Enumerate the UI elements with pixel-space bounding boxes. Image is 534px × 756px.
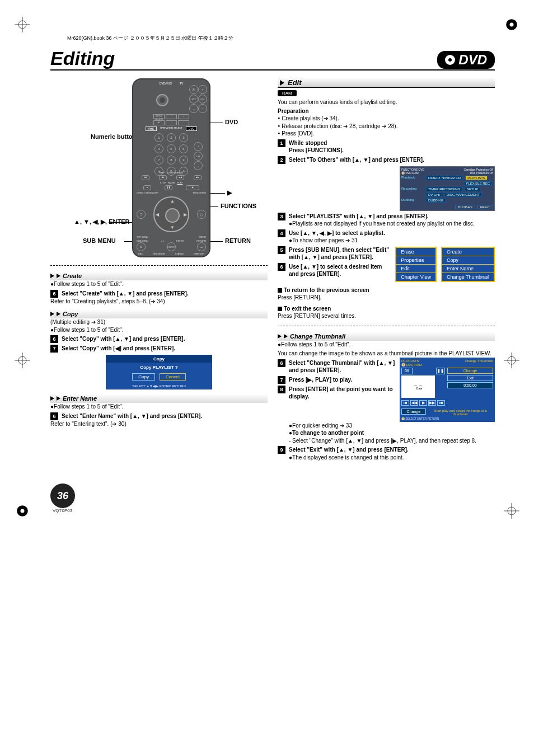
copy-follow: ●Follow steps 1 to 5 of "Edit".: [50, 326, 268, 334]
create-follow: ●Follow steps 1 to 5 of "Edit".: [50, 280, 268, 288]
mode-dvd: DVD: [186, 126, 198, 131]
step-sub: Press [FUNCTIONS].: [289, 147, 495, 154]
callout-play: ▶: [227, 189, 232, 196]
preparation-list: Create playlists (➔ 34). Release protect…: [278, 115, 495, 138]
step-text: Press [▶, PLAY] to play.: [289, 376, 395, 384]
enter-button-icon: ENTER: [167, 242, 176, 251]
step-number: 6: [278, 263, 285, 271]
step-text: Select "Copy" with [▲, ▼] and press [ENT…: [62, 335, 268, 343]
step-number: 1: [278, 139, 285, 147]
changethumb-heading: Change Thumbnail: [278, 332, 495, 341]
thumbnail-preview-icon: — · — Date: [401, 375, 435, 398]
step-text: Select "Exit" with [▲, ▼] and press [ENT…: [289, 446, 495, 454]
divider: [278, 326, 495, 326]
step-sub: ●Playlists are not displayed if you have…: [289, 220, 495, 228]
return-heading: To return to the previous screen: [278, 287, 495, 294]
divider: [50, 265, 268, 266]
submenu-button-icon: S: [137, 242, 146, 251]
submenu-popup: EraseProperties EditChapter View CreateC…: [395, 247, 495, 282]
changethumb-intro: You can change the image to be shown as …: [278, 350, 495, 358]
step-text: Select "Enter Name" with [▲, ▼] and pres…: [62, 412, 268, 420]
power-button-icon: [156, 94, 168, 106]
exit-text: Press [RETURN] several times.: [278, 312, 495, 320]
step-number: 7: [278, 376, 285, 384]
copy-heading: Copy: [50, 309, 268, 318]
step-text: While stopped: [289, 139, 495, 147]
step-number: 2: [278, 156, 285, 164]
step-text: Select "To Others" with [▲, ▼] and press…: [289, 156, 495, 164]
functions-button-icon: ◯: [197, 210, 206, 219]
edit-intro: You can perform various kinds of playlis…: [278, 98, 495, 106]
page-title: Editing: [50, 48, 115, 69]
step-text: Select "PLAYLISTS" with [▲, ▼] and press…: [289, 213, 495, 220]
step-text: Press [SUB MENU], then select "Edit" wit…: [289, 246, 392, 261]
entername-follow: ●Follow steps 1 to 5 of "Edit".: [50, 403, 268, 411]
callout-return: RETURN: [225, 237, 251, 244]
step-number: 6: [50, 412, 58, 420]
functions-osd: FUNCTIONS DVD📀 DVD-RAM Cartridge Protect…: [400, 166, 495, 211]
print-header: Mr620(GN).book 36 ページ ２００５年５月２５日 水曜日 午後１…: [50, 34, 495, 48]
entername-heading: Enter Name: [50, 394, 268, 403]
step-number: 4: [278, 229, 285, 237]
step-number: 6: [50, 290, 58, 298]
step-text: Press [ENTER] at the point you want to d…: [289, 386, 395, 401]
entername-ref: Refer to "Entering text". (➔ 30): [50, 420, 268, 428]
page-footer: 36 VQT0P03: [50, 483, 495, 513]
ram-chip: RAM: [278, 90, 297, 96]
step-text: Select "Copy" with [◀] and press [ENTER]…: [62, 345, 268, 353]
play-button-icon: ▶: [186, 185, 199, 190]
callout-functions: FUNCTIONS: [221, 203, 256, 209]
step-number: 6: [50, 335, 58, 343]
exit-heading: To exit the screen: [278, 305, 495, 313]
return-text: Press [RETURN].: [278, 294, 495, 302]
create-ref: Refer to "Creating playlists", steps 5–8…: [50, 298, 268, 306]
create-heading: Create: [50, 271, 268, 280]
step-number: 9: [278, 446, 285, 454]
dvd-badge-text: DVD: [458, 52, 487, 68]
return-button-icon: ↩: [197, 242, 206, 251]
step-sub: ●To show other pages ➔ 31: [289, 237, 495, 245]
step-text: Select "Change Thumbnail" with [▲, ▼] an…: [289, 359, 395, 374]
step-sub: ●The displayed scene is changed at this …: [289, 454, 495, 462]
step-text: Select "Create" with [▲, ▼] and press [E…: [62, 290, 268, 298]
step-number: 7: [50, 345, 58, 353]
step-text: Use [▲, ▼, ◀, ▶] to select a playlist.: [289, 229, 495, 237]
step8-sub: ●For quicker editing ➔ 33 ●To change to …: [278, 422, 495, 445]
step-number: 8: [278, 386, 285, 393]
triangle-icon: [280, 80, 284, 86]
callout-arrows: ▲, ▼, ◀, ▶, ENTER: [74, 218, 130, 226]
preparation-title: Preparation: [278, 107, 495, 115]
doc-code: VQT0P03: [53, 508, 495, 513]
step-number: 6: [278, 359, 285, 367]
thumbnail-osd: PLAYLISTS📀 DVD-RAMChange Thumbnail 08❚❚ …: [400, 358, 495, 422]
step-number: 3: [278, 213, 285, 220]
top-menu-button-icon: ☰: [137, 210, 146, 219]
dvd-badge: DVD: [437, 51, 495, 69]
remote-diagram: Numeric buttons DVD ▶ FUNCTIONS ▲, ▼, ◀,…: [71, 78, 268, 257]
step-text: Use [▲, ▼] to select a desired item and …: [289, 263, 392, 278]
changethumb-follow: ●Follow steps 1 to 5 of "Edit".: [278, 341, 495, 349]
callout-dvd: DVD: [225, 119, 238, 125]
copy-osd: Copy Copy PLAYLIST ? CopyCancel SELECT ▲…: [106, 355, 212, 389]
page-number: 36: [50, 483, 75, 508]
step-number: 5: [278, 246, 285, 254]
callout-submenu: SUB MENU: [83, 237, 116, 244]
edit-heading: Edit: [278, 77, 495, 88]
copy-multi: (Multiple editing ➔ 31): [50, 318, 268, 326]
disc-icon: [445, 55, 455, 65]
